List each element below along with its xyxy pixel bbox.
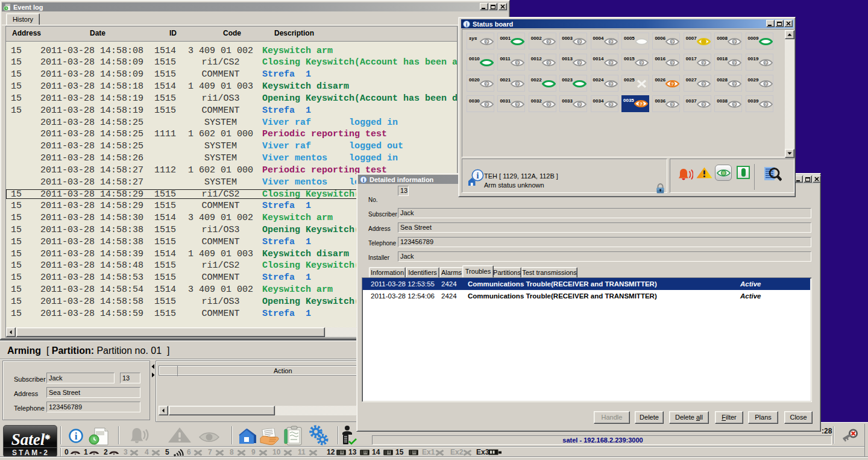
svg-text:?: ? [702, 102, 705, 107]
svg-text:?: ? [733, 60, 736, 66]
svg-text:?: ? [671, 39, 674, 45]
svg-text:?: ? [578, 102, 581, 107]
svg-text:?: ? [764, 81, 767, 86]
svg-text:?: ? [609, 102, 612, 107]
svg-text:?: ? [516, 102, 519, 107]
svg-text:?: ? [671, 81, 674, 86]
svg-text:?: ? [547, 39, 550, 45]
svg-text:?: ? [578, 60, 581, 66]
svg-text:?: ? [485, 81, 488, 86]
svg-text:?: ? [671, 102, 674, 107]
svg-text:?: ? [485, 102, 488, 107]
svg-text:?: ? [764, 60, 767, 66]
svg-text:?: ? [516, 81, 519, 86]
svg-text:?: ? [516, 60, 519, 66]
svg-text:?: ? [733, 39, 736, 45]
svg-text:i: i [476, 171, 479, 180]
svg-text:i: i [363, 177, 365, 183]
svg-text:?: ? [485, 39, 488, 45]
svg-text:?: ? [764, 102, 767, 107]
svg-text:?: ? [609, 81, 612, 86]
svg-text:?: ? [547, 60, 550, 66]
svg-text:?: ? [671, 60, 674, 66]
svg-text:?: ? [702, 81, 705, 86]
svg-text:?: ? [609, 60, 612, 66]
svg-text:i: i [75, 430, 78, 442]
svg-text:?: ? [733, 81, 736, 86]
svg-text:?: ? [578, 39, 581, 45]
svg-text:i: i [466, 21, 468, 27]
svg-text:?: ? [547, 102, 550, 107]
svg-text:?: ? [609, 39, 612, 45]
svg-text:?: ? [640, 60, 643, 66]
svg-text:?: ? [733, 102, 736, 107]
svg-text:?: ? [640, 101, 643, 107]
svg-text:?: ? [702, 60, 705, 66]
